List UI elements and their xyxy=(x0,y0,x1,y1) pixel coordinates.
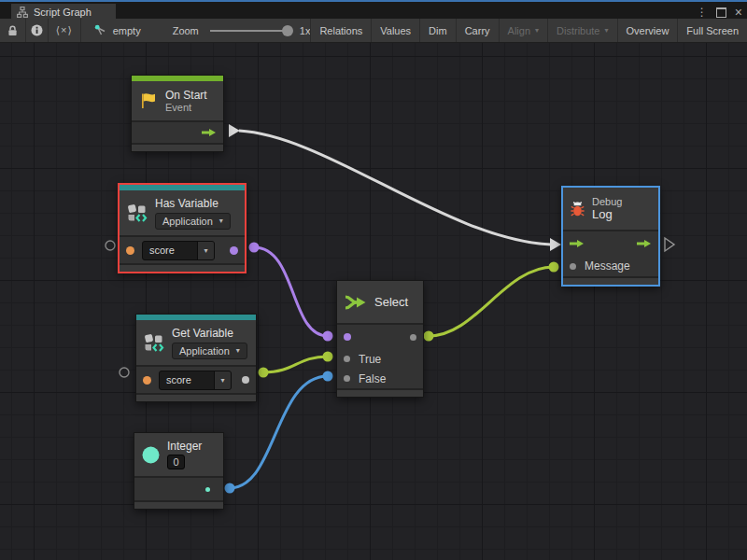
wire-select-to-log-message[interactable] xyxy=(429,267,554,336)
dim-button[interactable]: Dim xyxy=(420,19,457,42)
lock-icon xyxy=(7,25,18,36)
wire-start-arrowhead xyxy=(229,124,240,137)
graph-name-label: empty xyxy=(113,25,141,36)
zoom-value: 1x xyxy=(300,25,311,36)
selection-output-port[interactable] xyxy=(410,334,416,341)
node-title: Log xyxy=(592,208,622,221)
node-title: Select xyxy=(374,296,408,309)
flow-input-port[interactable] xyxy=(570,239,585,248)
variables-icon xyxy=(144,333,164,352)
unconnected-port-circle[interactable] xyxy=(120,368,129,377)
wire-endpoint xyxy=(249,243,260,253)
node-title: Has Variable xyxy=(155,197,231,210)
node-footer xyxy=(136,393,256,401)
variable-scope-dropdown[interactable]: Application▾ xyxy=(155,213,231,230)
graph-pointer-icon xyxy=(94,24,106,36)
wire-onstart-to-log[interactable] xyxy=(239,131,551,245)
false-port-label: False xyxy=(359,372,386,385)
zoom-control: Zoom 1x xyxy=(173,25,311,36)
true-input-port[interactable] xyxy=(344,356,350,362)
wire-endpoint xyxy=(225,483,235,494)
info-button[interactable] xyxy=(26,19,49,42)
condition-input-port[interactable] xyxy=(344,333,351,341)
chevron-down-icon: ▾ xyxy=(236,346,240,355)
graph-canvas[interactable]: On Start Event xyxy=(0,43,747,560)
node-on-start[interactable]: On Start Event xyxy=(131,75,224,152)
unconnected-port-circle[interactable] xyxy=(106,241,115,250)
wire-hasvariable-to-select[interactable] xyxy=(254,247,328,336)
flow-output-port[interactable] xyxy=(202,128,217,137)
select-merge-icon xyxy=(345,294,367,311)
node-footer xyxy=(134,500,223,509)
values-button[interactable]: Values xyxy=(372,19,420,42)
wire-endpoint xyxy=(323,371,333,382)
zoom-label: Zoom xyxy=(173,25,199,36)
graph-toolbar: ⟨×⟩ empty Zoom 1x Relations Values Dim C… xyxy=(0,19,747,43)
node-has-variable[interactable]: Has Variable Application▾ score ▾ xyxy=(118,183,247,273)
false-input-port[interactable] xyxy=(344,375,350,382)
bug-icon xyxy=(571,202,585,217)
info-icon xyxy=(31,24,43,36)
title-bar: Script Graph ⋮ × xyxy=(0,0,747,19)
bool-output-port[interactable] xyxy=(230,246,238,255)
variable-scope-dropdown[interactable]: Application▾ xyxy=(172,343,247,359)
variable-name-select[interactable]: score ▾ xyxy=(142,241,215,260)
tab-title: Script Graph xyxy=(34,7,92,18)
code-view-button[interactable]: ⟨×⟩ xyxy=(49,19,81,42)
script-graph-icon xyxy=(17,7,28,18)
node-subtitle: Event xyxy=(165,102,207,114)
node-footer xyxy=(132,143,223,151)
wire-endpoint xyxy=(323,352,333,362)
wire-end-arrowhead xyxy=(550,238,561,251)
int-output-port[interactable] xyxy=(205,487,210,492)
fullscreen-button[interactable]: Full Screen xyxy=(678,19,747,42)
node-select[interactable]: Select True False xyxy=(336,280,424,398)
chevron-down-icon: ▾ xyxy=(197,242,214,259)
chevron-down-icon: ▾ xyxy=(605,26,609,35)
wire-endpoint xyxy=(259,368,269,378)
unconnected-flow-triangle[interactable] xyxy=(665,238,674,251)
message-input-port[interactable] xyxy=(570,263,576,270)
lock-button[interactable] xyxy=(0,19,26,42)
flow-output-port[interactable] xyxy=(637,239,652,248)
true-port-label: True xyxy=(359,353,381,366)
zoom-slider[interactable] xyxy=(210,30,289,32)
integer-icon xyxy=(142,446,160,464)
close-icon[interactable]: × xyxy=(735,6,742,19)
node-get-variable[interactable]: Get Variable Application▾ score ▾ xyxy=(135,314,257,402)
wire-endpoint xyxy=(549,262,559,273)
flag-icon xyxy=(139,91,158,110)
distribute-button: Distribute▾ xyxy=(548,19,617,42)
variables-icon xyxy=(127,203,148,222)
maximize-icon[interactable] xyxy=(716,7,726,18)
node-footer xyxy=(120,263,245,272)
integer-value-input[interactable]: 0 xyxy=(167,455,185,469)
message-port-label: Message xyxy=(585,259,630,273)
wire-endpoint xyxy=(323,331,333,342)
relations-button[interactable]: Relations xyxy=(310,19,372,42)
variable-name-select[interactable]: score ▾ xyxy=(159,371,232,390)
node-title: On Start xyxy=(165,89,207,102)
chevron-down-icon: ▾ xyxy=(219,217,223,225)
carry-button[interactable]: Carry xyxy=(457,19,500,42)
chevron-down-icon: ▾ xyxy=(535,26,539,35)
wire-endpoint xyxy=(424,331,434,342)
name-input-port[interactable] xyxy=(126,246,134,255)
node-debug-log[interactable]: Debug Log Message xyxy=(561,186,660,287)
node-title: Integer xyxy=(167,440,202,453)
node-integer[interactable]: Integer 0 xyxy=(134,432,224,510)
node-title: Get Variable xyxy=(172,327,247,340)
code-icon: ⟨×⟩ xyxy=(56,24,73,36)
overview-button[interactable]: Overview xyxy=(618,19,679,42)
name-input-port[interactable] xyxy=(143,376,151,385)
value-output-port[interactable] xyxy=(242,376,249,384)
menu-icon[interactable]: ⋮ xyxy=(697,7,708,18)
align-button: Align▾ xyxy=(500,19,548,42)
zoom-slider-handle[interactable] xyxy=(282,25,293,36)
wire-getvariable-to-select-true[interactable] xyxy=(263,357,328,372)
chevron-down-icon: ▾ xyxy=(214,371,231,389)
node-footer xyxy=(563,276,658,285)
node-footer xyxy=(337,388,423,397)
graph-breadcrumb[interactable]: empty xyxy=(94,24,141,36)
